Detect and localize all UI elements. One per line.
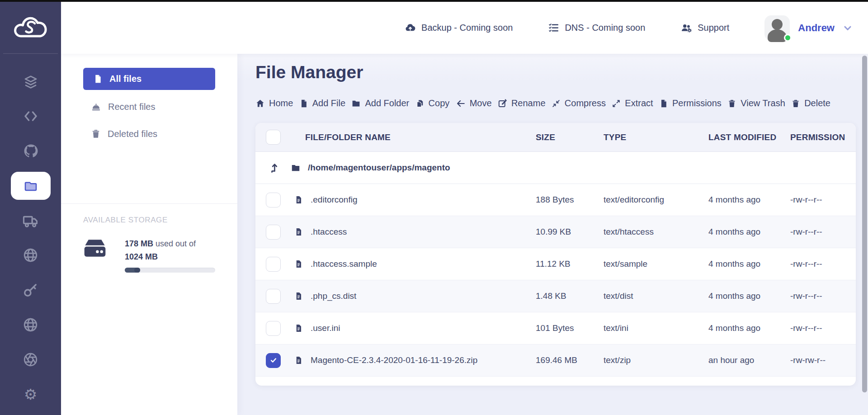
file-type: text/editorconfig [598,195,702,205]
file-name: .user.ini [311,323,340,333]
rail-item-network[interactable] [0,307,61,342]
row-checkbox[interactable] [266,193,281,208]
rename-button[interactable]: Rename [498,98,546,108]
chevron-down-icon[interactable] [843,23,853,33]
row-checkbox[interactable] [266,257,281,272]
row-checkbox[interactable] [266,289,281,304]
column-header-size: SIZE [530,132,598,142]
rail-item-file-manager[interactable] [0,168,61,203]
rail-item-settings[interactable]: ⚙ [0,377,61,412]
add-folder-button[interactable]: Add Folder [351,98,409,108]
rail-item-ssh-keys[interactable] [0,273,61,307]
file-size: 188 Bytes [530,195,598,205]
file-permission: -rw-r--r-- [784,259,856,269]
file-type: text/dist [598,291,702,301]
truck-icon [22,212,39,229]
storage-total: 1024 MB [125,252,158,261]
file-manager-sidebar: All files Recent files Deleted files AVA… [61,54,237,415]
rail-item-git[interactable] [0,133,61,168]
add-file-button[interactable]: Add File [299,98,345,108]
file-modified: 4 months ago [702,227,784,237]
rail-item-layers[interactable] [0,64,61,99]
file-size: 169.46 MB [530,355,598,365]
nav-dns-label: DNS - Coming soon [565,23,645,33]
move-button[interactable]: Move [456,98,492,108]
sidebar-item-all-files[interactable]: All files [83,68,215,90]
storage-progress-bar [125,268,215,273]
file-modified: an hour ago [702,355,784,365]
file-size: 1.48 KB [530,291,598,301]
column-header-name: FILE/FOLDER NAME [291,132,530,142]
file-type: text/ini [598,323,702,333]
check-icon [269,356,278,364]
file-permission: -rw-r--r-- [784,195,856,205]
rail-item-code[interactable] [0,99,61,133]
home-button[interactable]: Home [255,98,293,108]
rail-item-deployments[interactable] [0,203,61,238]
table-row[interactable]: .editorconfig 188 Bytes text/editorconfi… [255,184,856,216]
sidebar-item-deleted-files[interactable]: Deleted files [91,125,157,143]
file-name: Magento-CE-2.3.4-2020-01-16-11-19-26.zip [311,355,477,365]
vertical-scrollbar-thumb[interactable] [862,56,867,392]
file-icon [294,355,303,365]
row-checkbox[interactable] [266,321,281,336]
file-table: FILE/FOLDER NAME SIZE TYPE LAST MODIFIED… [255,123,856,386]
page-title: File Manager [255,63,868,81]
file-size: 10.99 KB [530,227,598,237]
delete-button[interactable]: Delete [791,98,830,108]
folder-icon [351,99,361,108]
rail-divider [3,53,58,54]
table-header-row: FILE/FOLDER NAME SIZE TYPE LAST MODIFIED… [255,123,856,152]
sidebar-item-recent-files[interactable]: Recent files [91,98,156,116]
view-trash-button[interactable]: View Trash [727,98,785,108]
file-type: text/sample [598,259,702,269]
nav-backup[interactable]: Backup - Coming soon [405,22,513,33]
table-row[interactable]: .htaccess.sample 11.12 KB text/sample 4 … [255,248,856,280]
icon-rail: ⚙ [0,2,61,415]
tool-label: Add Folder [365,98,409,108]
user-name: Andrew [798,22,835,34]
folder-icon [24,179,38,193]
key-icon [22,282,39,298]
table-row[interactable]: .user.ini 101 Bytes text/ini 4 months ag… [255,312,856,344]
table-row[interactable]: .php_cs.dist 1.48 KB text/dist 4 months … [255,280,856,312]
sidebar-divider [61,203,237,204]
trash-icon [727,99,736,108]
file-icon [294,195,303,205]
file-permission: -rw-r--r-- [784,227,856,237]
copy-button[interactable]: Copy [415,98,450,108]
extract-button[interactable]: Extract [612,98,653,108]
rail-item-domains[interactable] [0,238,61,273]
nav-support[interactable]: Support [680,22,729,34]
file-modified: 4 months ago [702,291,784,301]
compress-button[interactable]: Compress [552,98,606,108]
file-type: text/htaccess [598,227,702,237]
level-up-icon[interactable] [269,161,281,174]
checklist-icon [548,22,559,33]
file-modified: 4 months ago [702,323,784,333]
cloud-brand-logo[interactable] [0,2,61,53]
user-menu[interactable]: Andrew [764,15,853,41]
column-header-modified: LAST MODIFIED [702,132,784,142]
file-name: .htaccess [311,227,347,237]
table-row[interactable]: .htaccess 10.99 KB text/htaccess 4 month… [255,216,856,248]
tool-label: View Trash [741,98,785,108]
tool-label: Compress [565,98,606,108]
permissions-button[interactable]: Permissions [659,98,722,108]
layers-icon [23,73,39,90]
file-type: text/zip [598,355,702,365]
sidebar-item-label: Deleted files [108,129,157,139]
row-checkbox-checked[interactable] [266,353,281,368]
compress-icon [552,99,561,108]
select-all-checkbox[interactable] [266,130,281,145]
avatar[interactable] [764,15,790,41]
top-header: Backup - Coming soon DNS - Coming soon S… [61,2,868,54]
rail-item-snapshots[interactable] [0,342,61,377]
table-row-selected[interactable]: Magento-CE-2.3.4-2020-01-16-11-19-26.zip… [255,344,856,377]
file-name: .php_cs.dist [311,291,356,301]
row-checkbox[interactable] [266,225,281,240]
copy-icon [415,99,425,108]
globe-icon [22,247,39,264]
storage-suffix: used out of [153,239,196,248]
nav-dns[interactable]: DNS - Coming soon [548,22,645,33]
